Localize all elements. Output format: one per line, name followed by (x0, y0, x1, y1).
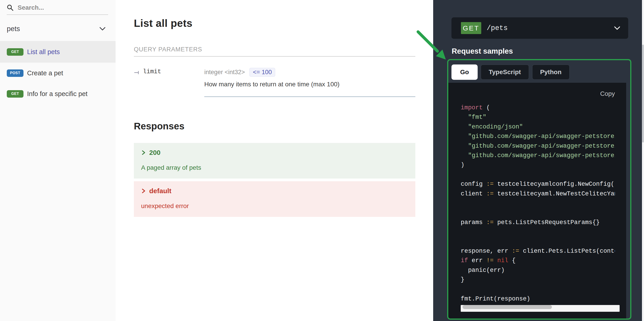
page-vertical-scrollbar[interactable] (642, 0, 644, 321)
response-200-block: 200 A paged array of pets (134, 143, 415, 178)
sidebar-item-create-a-pet[interactable]: POST Create a pet (0, 63, 116, 83)
tab-python[interactable]: Python (532, 64, 570, 80)
page-title: List all pets (134, 17, 417, 29)
tab-typescript[interactable]: TypeScript (480, 64, 529, 80)
code-horizontal-scrollbar[interactable] (461, 305, 620, 312)
responses-title: Responses (134, 121, 417, 132)
param-type: integer <int32> (204, 69, 245, 76)
query-parameters-label: QUERY PARAMETERS (134, 46, 417, 53)
param-left: limit (134, 68, 204, 97)
group-label: pets (7, 25, 20, 33)
section-divider (134, 56, 415, 57)
method-badge-post: POST (7, 69, 24, 77)
response-description: A paged array of pets (141, 164, 408, 173)
method-badge-get: GET (7, 90, 24, 98)
search-underline (7, 14, 108, 15)
search-row (0, 0, 116, 11)
param-right: integer <int32> <= 100 How many items to… (204, 68, 415, 97)
query-param-icon (134, 68, 140, 75)
chevron-right-icon (141, 150, 146, 155)
main-content: List all pets QUERY PARAMETERS limit int… (116, 0, 433, 321)
response-code: default (149, 187, 171, 195)
page-scrollbar-thumb[interactable] (642, 45, 644, 143)
method-badge-get: GET (7, 48, 24, 56)
param-constraint-badge: <= 100 (250, 68, 275, 77)
response-200-toggle[interactable]: 200 (141, 149, 408, 157)
language-tabs: Go TypeScript Python (452, 64, 630, 80)
response-code: 200 (149, 149, 160, 157)
tab-go[interactable]: Go (452, 64, 478, 80)
chevron-right-icon (141, 188, 146, 194)
param-description: How many items to return at one time (ma… (204, 81, 415, 88)
sidebar-item-list-all-pets[interactable]: GET List all pets (0, 41, 116, 63)
chevron-down-icon (614, 26, 620, 30)
endpoint-selector[interactable]: GET /pets (452, 17, 628, 39)
code-lines: import ( "fmt" "encoding/json" "github.c… (461, 103, 615, 304)
request-samples-highlight: Go TypeScript Python Copy import ( "fmt"… (447, 59, 631, 320)
request-samples-title: Request samples (452, 47, 644, 55)
search-input[interactable] (18, 4, 99, 11)
response-default-block: default unexpected error (134, 181, 415, 217)
sidebar-item-info-for-a-specific-pet[interactable]: GET Info for a specific pet (0, 83, 116, 104)
code-sample-block: Copy import ( "fmt" "encoding/json" "git… (448, 83, 626, 319)
sidebar: pets GET List all pets POST Create a pet… (0, 0, 116, 321)
sidebar-nav: GET List all pets POST Create a pet GET … (0, 41, 116, 104)
endpoint-path: /pets (487, 24, 508, 32)
chevron-down-icon (99, 27, 106, 31)
sidebar-item-label: List all pets (27, 48, 60, 56)
api-docs-page: pets GET List all pets POST Create a pet… (0, 0, 644, 321)
param-name: limit (143, 68, 161, 75)
request-panel: GET /pets Request samples Go TypeScript … (433, 0, 644, 321)
response-default-toggle[interactable]: default (141, 187, 408, 195)
response-description: unexpected error (141, 202, 408, 211)
param-divider (204, 97, 415, 97)
sidebar-item-label: Info for a specific pet (27, 90, 88, 98)
endpoint-method-badge: GET (461, 22, 481, 34)
copy-button[interactable]: Copy (461, 90, 615, 97)
search-icon (7, 4, 14, 11)
code-scrollbar-thumb[interactable] (462, 305, 552, 309)
sidebar-item-label: Create a pet (27, 69, 63, 77)
param-row-limit: limit integer <int32> <= 100 How many it… (134, 68, 415, 97)
sidebar-group-pets[interactable]: pets (0, 22, 116, 35)
